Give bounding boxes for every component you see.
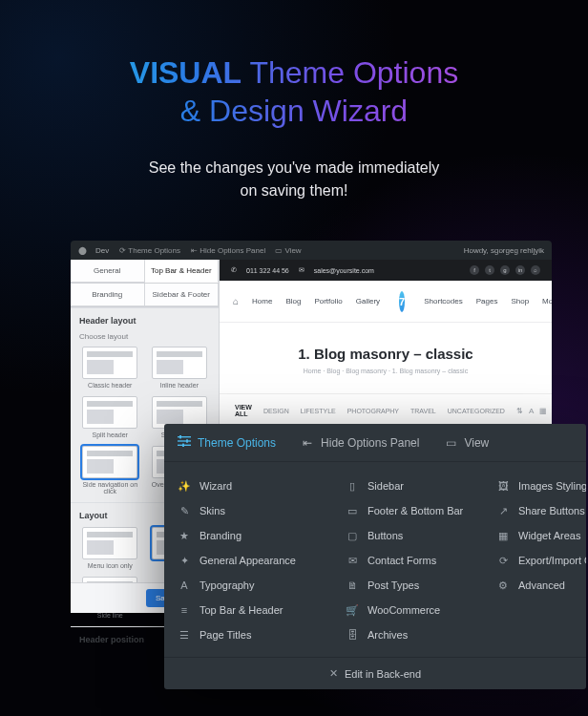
page-title: 1. Blog masonry – classic xyxy=(229,346,542,362)
nav-item[interactable]: Home xyxy=(252,297,272,305)
menu-post-types[interactable]: 🗎Post Types xyxy=(346,573,470,598)
collapse-icon: ⇤ xyxy=(301,436,314,450)
nav-item[interactable]: Shortcodes xyxy=(424,297,462,305)
gear-icon: ⚙ xyxy=(496,579,510,592)
nav-item[interactable]: Shop xyxy=(511,297,529,305)
menu-skins[interactable]: ✎Skins xyxy=(178,498,319,523)
header-icon: ≡ xyxy=(178,604,191,616)
phone-icon: ✆ xyxy=(231,266,237,274)
search-icon[interactable]: ⌕ xyxy=(531,265,540,275)
wp-logo-icon: ⬤ xyxy=(78,246,86,255)
menu-share-buttons[interactable]: ↗Share Buttons xyxy=(496,498,586,523)
breadcrumb: Home · Blog · Blog masonry · 1. Blog mas… xyxy=(229,368,542,374)
hero-title-bold: VISUAL xyxy=(130,55,242,90)
menu-typography[interactable]: ATypography xyxy=(178,573,319,598)
site-nav: ⌂ Home Blog Portfolio Gallery 7 Shortcod… xyxy=(220,281,552,323)
filter-item[interactable]: DESIGN xyxy=(263,408,289,414)
flyout-tab-label: Hide Options Panel xyxy=(321,436,419,450)
mail-icon: ✉ xyxy=(346,555,359,567)
edit-backend-label: Edit in Back-end xyxy=(345,668,421,680)
hero-sub-line2: on saving them! xyxy=(241,182,348,199)
edit-backend-button[interactable]: ✕ Edit in Back-end xyxy=(164,657,586,689)
hero-title-line2: & Design Wizard xyxy=(180,94,408,128)
home-icon[interactable]: ⌂ xyxy=(233,296,239,306)
flyout-tab-hide-panel[interactable]: ⇤ Hide Options Panel xyxy=(301,436,419,450)
sort-alpha-icon[interactable]: A xyxy=(529,407,534,415)
filter-item[interactable]: LIFESTYLE xyxy=(301,408,336,414)
hero-sub-line1: See the changes you've made immediately xyxy=(149,159,440,176)
filter-item[interactable]: VIEW ALL xyxy=(235,404,252,417)
nav-item[interactable]: Blog xyxy=(285,297,301,305)
filter-item[interactable]: UNCATEGORIZED xyxy=(448,408,505,414)
footer-icon: ▭ xyxy=(346,505,359,517)
social-icon[interactable]: t xyxy=(485,265,494,275)
type-icon: A xyxy=(178,579,191,591)
menu-advanced[interactable]: ⚙Advanced xyxy=(496,573,586,598)
section-subtitle: Choose layout xyxy=(79,332,210,341)
cart-icon: 🛒 xyxy=(346,604,359,617)
hero-title: VISUAL Theme Options & Design Wizard xyxy=(38,53,550,130)
flyout-tab-label: Theme Options xyxy=(198,436,276,450)
nav-item[interactable]: Portfolio xyxy=(314,297,342,305)
site-phone: 011 322 44 56 xyxy=(246,267,289,274)
share-icon: ↗ xyxy=(496,505,510,517)
nav-item[interactable]: Pages xyxy=(476,297,498,305)
theme-options-flyout: Theme Options ⇤ Hide Options Panel ▭ Vie… xyxy=(164,424,586,689)
menu-general-appearance[interactable]: ✦General Appearance xyxy=(178,548,319,573)
tab-top-bar-header[interactable]: Top Bar & Header xyxy=(145,260,220,283)
site-logo[interactable]: 7 xyxy=(399,291,405,312)
sparkle-icon: ✦ xyxy=(178,555,191,567)
menu-buttons[interactable]: ▢Buttons xyxy=(346,523,470,548)
monitor-icon: ▭ xyxy=(444,436,457,450)
menu-export-import[interactable]: ⟳Export/Import Opti xyxy=(496,548,586,573)
star-icon: ★ xyxy=(178,530,191,542)
wp-bar-item[interactable]: Dev xyxy=(95,246,109,255)
flyout-tab-theme-options[interactable]: Theme Options xyxy=(178,435,276,450)
titles-icon: ☰ xyxy=(178,629,191,642)
wp-bar-item[interactable]: ⟳ Theme Options xyxy=(118,246,180,255)
section-title: Header layout xyxy=(79,316,210,326)
wand-icon: ✨ xyxy=(178,480,191,493)
filter-item[interactable]: TRAVEL xyxy=(410,408,436,414)
layout-option[interactable]: Menu icon only xyxy=(79,527,141,569)
refresh-icon: ⟳ xyxy=(496,555,510,567)
nav-item[interactable]: More xyxy=(542,297,552,305)
menu-woocommerce[interactable]: 🛒WooCommerce xyxy=(346,598,470,622)
grid-icon: ▦ xyxy=(496,530,510,542)
menu-archives[interactable]: 🗄Archives xyxy=(346,622,470,647)
button-icon: ▢ xyxy=(346,530,359,542)
layout-option[interactable]: Inline header xyxy=(149,347,211,389)
nav-item[interactable]: Gallery xyxy=(356,297,380,305)
svg-rect-5 xyxy=(182,444,184,447)
layout-option-selected[interactable]: Side navigation on click xyxy=(79,446,141,495)
layout-option[interactable]: Split header xyxy=(79,396,141,438)
document-icon: 🗎 xyxy=(346,579,359,591)
filter-item[interactable]: PHOTOGRAPHY xyxy=(347,408,399,414)
menu-page-titles[interactable]: ☰Page Titles xyxy=(178,622,319,647)
social-icon[interactable]: g xyxy=(500,265,510,275)
menu-footer[interactable]: ▭Footer & Bottom Bar xyxy=(346,498,470,523)
menu-top-bar-header[interactable]: ≡Top Bar & Header xyxy=(178,598,319,622)
mail-icon: ✉ xyxy=(299,266,304,274)
social-icon[interactable]: in xyxy=(515,265,525,275)
flyout-tab-view[interactable]: ▭ View xyxy=(444,436,489,450)
menu-images-styling[interactable]: 🖼Images Styling & H xyxy=(496,474,586,498)
tab-general[interactable]: General xyxy=(71,260,145,283)
grid-icon[interactable]: ▦ xyxy=(539,407,547,415)
layout-option[interactable]: Classic header xyxy=(79,347,141,389)
screenshot-cluster: ⬤ Dev ⟳ Theme Options ⇤ Hide Options Pan… xyxy=(71,241,586,716)
menu-branding[interactable]: ★Branding xyxy=(178,523,319,548)
tab-branding[interactable]: Branding xyxy=(71,284,145,306)
wp-bar-item[interactable]: ⇤ Hide Options Panel xyxy=(190,246,265,255)
tab-sidebar-footer[interactable]: Sidebar & Footer xyxy=(145,284,220,306)
wp-bar-howdy[interactable]: Howdy, sgorgeg rehljyik xyxy=(464,246,544,255)
menu-wizard[interactable]: ✨Wizard xyxy=(178,474,319,498)
sort-icon[interactable]: ⇅ xyxy=(516,407,523,415)
menu-sidebar[interactable]: ▯Sidebar xyxy=(346,474,470,498)
archive-icon: 🗄 xyxy=(346,629,359,641)
wp-bar-item[interactable]: ▭ View xyxy=(275,246,301,255)
menu-widget-areas[interactable]: ▦Widget Areas xyxy=(496,523,586,548)
svg-rect-3 xyxy=(179,435,181,438)
social-icon[interactable]: f xyxy=(470,265,479,275)
menu-contact-forms[interactable]: ✉Contact Forms xyxy=(346,548,470,573)
